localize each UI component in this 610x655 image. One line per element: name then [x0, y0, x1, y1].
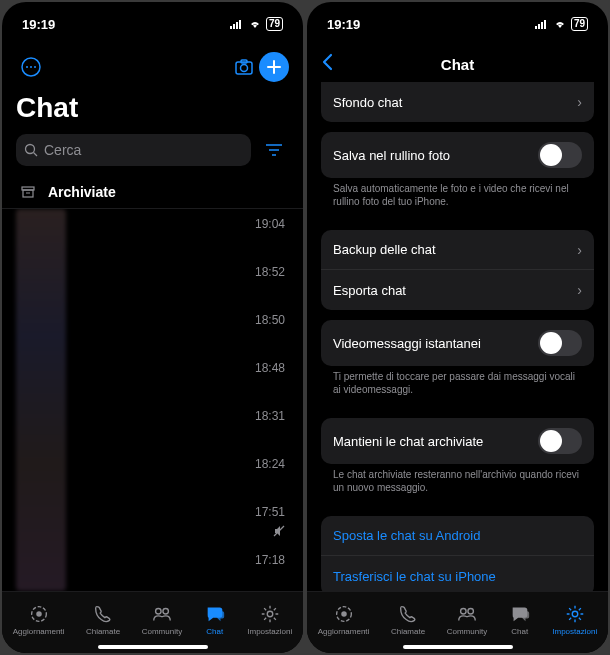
- settings-scroll[interactable]: Sfondo chat › Salva nel rullino foto Sal…: [307, 82, 608, 591]
- svg-point-33: [572, 611, 578, 617]
- instant-video-desc: Ti permette di toccare per passare dai m…: [321, 370, 594, 404]
- search-input[interactable]: Cerca: [16, 134, 251, 166]
- svg-point-31: [461, 609, 467, 615]
- chat-item[interactable]: 18:48: [2, 353, 303, 401]
- svg-rect-28: [544, 20, 546, 29]
- row-chat-backup[interactable]: Backup delle chat ›: [321, 230, 594, 270]
- tab-calls[interactable]: Chiamate: [391, 603, 425, 636]
- row-instant-video[interactable]: Videomessaggi istantanei: [321, 320, 594, 366]
- svg-rect-3: [239, 20, 241, 29]
- row-keep-archived[interactable]: Mantieni le chat archiviate: [321, 418, 594, 464]
- battery-indicator: 79: [266, 17, 283, 31]
- chat-item[interactable]: 18:52: [2, 257, 303, 305]
- new-chat-button[interactable]: [259, 52, 289, 82]
- svg-rect-0: [230, 26, 232, 29]
- left-nav: [2, 46, 303, 86]
- svg-point-6: [30, 66, 32, 68]
- home-indicator[interactable]: [98, 645, 208, 649]
- wifi-icon: [248, 19, 262, 29]
- svg-rect-27: [541, 22, 543, 29]
- svg-point-11: [26, 145, 35, 154]
- home-indicator[interactable]: [403, 645, 513, 649]
- tab-calls[interactable]: Chiamate: [86, 603, 120, 636]
- tab-chat[interactable]: Chat: [509, 603, 531, 636]
- battery-indicator: 79: [571, 17, 588, 31]
- row-wallpaper[interactable]: Sfondo chat ›: [321, 82, 594, 122]
- page-title: Chat: [2, 86, 303, 134]
- svg-rect-25: [535, 26, 537, 29]
- archived-label: Archiviate: [48, 184, 116, 200]
- row-save-camera-roll[interactable]: Salva nel rullino foto: [321, 132, 594, 178]
- status-bar: 19:19 79: [2, 2, 303, 46]
- filter-button[interactable]: [259, 135, 289, 165]
- tab-chat[interactable]: Chat: [204, 603, 226, 636]
- svg-rect-26: [538, 24, 540, 29]
- row-move-iphone[interactable]: Trasferisci le chat su iPhone: [321, 556, 594, 591]
- tab-updates[interactable]: Aggiornamenti: [13, 603, 65, 636]
- status-bar: 19:19 79: [307, 2, 608, 46]
- muted-icon: [273, 523, 285, 541]
- chat-item[interactable]: 18:50: [2, 305, 303, 353]
- svg-rect-1: [233, 24, 235, 29]
- toggle-keep-archived[interactable]: [538, 428, 582, 454]
- row-move-android[interactable]: Sposta le chat su Android: [321, 516, 594, 556]
- chat-list[interactable]: 19:04 18:52 18:50 18:48 18:31 18:24 17:5…: [2, 209, 303, 591]
- chevron-right-icon: ›: [577, 94, 582, 110]
- more-button[interactable]: [16, 52, 46, 82]
- signal-icon: [535, 19, 549, 29]
- search-placeholder: Cerca: [44, 142, 81, 158]
- svg-point-7: [34, 66, 36, 68]
- chat-item[interactable]: 17:51: [2, 497, 303, 545]
- archive-icon: [20, 184, 36, 200]
- tab-bar: Aggiornamenti Chiamate Community Chat Im…: [307, 591, 608, 653]
- tab-settings[interactable]: Impostazioni: [552, 603, 597, 636]
- status-time: 19:19: [22, 17, 55, 32]
- tab-bar: Aggiornamenti Chiamate Community Chat Im…: [2, 591, 303, 653]
- keep-archived-desc: Le chat archiviate resteranno nell'archi…: [321, 468, 594, 502]
- archived-row[interactable]: Archiviate: [2, 176, 303, 209]
- svg-line-12: [34, 153, 38, 157]
- svg-point-32: [468, 609, 474, 615]
- status-time: 19:19: [327, 17, 360, 32]
- svg-point-23: [163, 609, 169, 615]
- svg-rect-2: [236, 22, 238, 29]
- toggle-instant-video[interactable]: [538, 330, 582, 356]
- tab-settings[interactable]: Impostazioni: [247, 603, 292, 636]
- tab-community[interactable]: Community: [142, 603, 182, 636]
- save-camera-desc: Salva automaticamente le foto e i video …: [321, 182, 594, 216]
- chevron-right-icon: ›: [577, 242, 582, 258]
- svg-point-5: [26, 66, 28, 68]
- phone-chat-list: 19:19 79 Chat Cerca Archiviate: [2, 2, 303, 653]
- chat-item[interactable]: 19:04: [2, 209, 303, 257]
- signal-icon: [230, 19, 244, 29]
- page-title: Chat: [307, 56, 608, 73]
- tab-updates[interactable]: Aggiornamenti: [318, 603, 370, 636]
- svg-point-30: [341, 611, 347, 617]
- chat-item[interactable]: 18:31: [2, 401, 303, 449]
- chat-item[interactable]: 17:18: [2, 545, 303, 591]
- row-export-chat[interactable]: Esporta chat ›: [321, 270, 594, 310]
- camera-button[interactable]: [229, 52, 259, 82]
- svg-point-24: [267, 611, 273, 617]
- chat-item[interactable]: 18:24: [2, 449, 303, 497]
- svg-point-22: [156, 609, 162, 615]
- wifi-icon: [553, 19, 567, 29]
- phone-chat-settings: 19:19 79 Chat Sfondo chat › Salva nel ru…: [307, 2, 608, 653]
- tab-community[interactable]: Community: [447, 603, 487, 636]
- right-nav: Chat: [307, 46, 608, 82]
- svg-point-9: [241, 65, 248, 72]
- chevron-right-icon: ›: [577, 282, 582, 298]
- toggle-save-camera[interactable]: [538, 142, 582, 168]
- svg-point-21: [36, 611, 42, 617]
